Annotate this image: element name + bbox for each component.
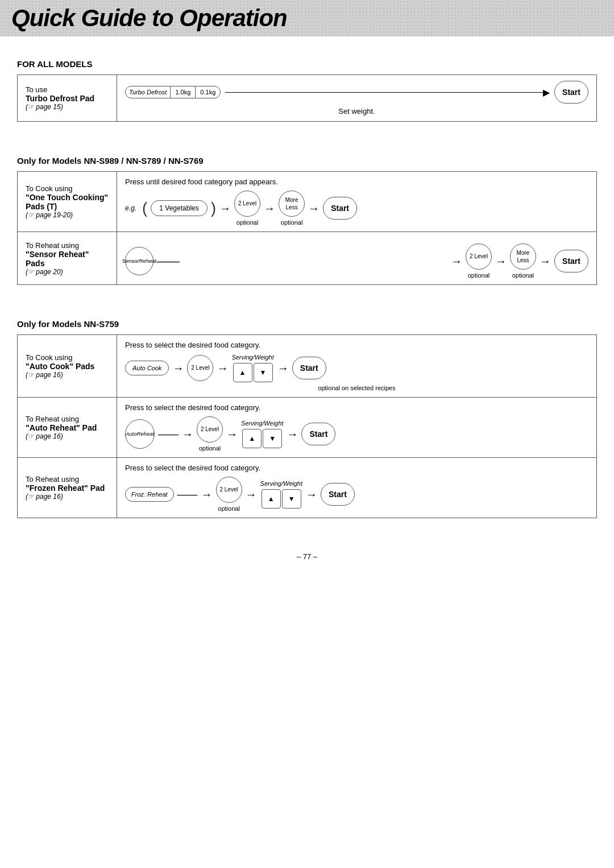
- auto-cook-pad-name: "Auto Cook" Pads: [26, 362, 94, 371]
- down-button-frozen[interactable]: ▼: [282, 489, 301, 509]
- page-title: Quick Guide to Operation: [11, 5, 603, 32]
- table-row-sensor-reheat: To Reheat using "Sensor Reheat" Pads (☞ …: [18, 232, 597, 285]
- auto-reheat-pad-name: "Auto Reheat" Pad: [26, 423, 97, 432]
- arrow5: →: [495, 255, 507, 268]
- arrow7: →: [172, 362, 184, 375]
- set-weight-label: Set weight.: [125, 107, 588, 115]
- right-cell-auto-cook: Press to select the desired food categor…: [117, 335, 597, 398]
- arrow11: →: [226, 428, 238, 441]
- section-s759: Only for Models NN-S759: [17, 319, 597, 329]
- left-cell-frozen: To Reheat using "Frozen Reheat" Pad (☞ p…: [18, 458, 117, 518]
- auto-reheat-use-label: To Reheat using "Auto Reheat" Pad: [26, 415, 109, 432]
- start-button-frozen[interactable]: Start: [321, 483, 355, 506]
- left-cell-sensor: To Reheat using "Sensor Reheat" Pads (☞ …: [18, 232, 117, 285]
- right-cell-turbo: Turbo Defrost 1.0kg 0.1kg ▶ Start: [117, 75, 597, 122]
- level-button[interactable]: 2 Level: [234, 191, 260, 217]
- reheat-level-col: 2 Level optional: [197, 416, 223, 452]
- start-button-one-touch[interactable]: Start: [323, 197, 357, 220]
- eg-label: e.g.: [125, 204, 136, 212]
- arrow14: →: [246, 488, 257, 501]
- turbo-arrow: ▶: [225, 87, 550, 98]
- auto-reheat-serving-col: Serving/Weight ▲ ▼: [241, 420, 283, 448]
- up-button-auto-cook[interactable]: ▲: [233, 363, 252, 382]
- long-dash: ——: [157, 255, 447, 268]
- arrow1: →: [219, 202, 231, 215]
- auto-cook-up-down: ▲ ▼: [233, 363, 273, 382]
- left-cell-auto-reheat: To Reheat using "Auto Reheat" Pad (☞ pag…: [18, 398, 117, 458]
- arrow12: →: [287, 428, 298, 441]
- section-s989: Only for Models NN-S989 / NN-S789 / NN-S…: [17, 156, 597, 166]
- frozen-up-down: ▲ ▼: [262, 489, 301, 509]
- more-less-button[interactable]: More Less: [279, 191, 305, 217]
- arrow9: →: [277, 362, 289, 375]
- long-dash2: ——: [158, 428, 179, 440]
- auto-cook-level-button[interactable]: 2 Level: [187, 355, 213, 381]
- start-button-auto-reheat[interactable]: Start: [301, 423, 335, 445]
- auto-cook-serving-col: Serving/Weight ▲ ▼: [231, 354, 273, 382]
- froz-reheat-button[interactable]: Froz. Reheat: [125, 487, 174, 502]
- down-button-auto-cook[interactable]: ▼: [254, 363, 273, 382]
- frozen-use-label: To Reheat using "Frozen Reheat" Pad: [26, 475, 109, 493]
- spacer2: [17, 296, 597, 308]
- page-header: Quick Guide to Operation: [0, 0, 614, 36]
- start-button-auto-cook[interactable]: Start: [292, 357, 326, 379]
- sensor-reheat-button[interactable]: Sensor Reheat: [125, 247, 154, 275]
- auto-reheat-up-down: ▲ ▼: [242, 429, 282, 448]
- auto-reheat-flow: Auto Reheat —— → 2 Level optional →: [125, 416, 588, 452]
- frozen-level-button[interactable]: 2 Level: [216, 477, 242, 503]
- frozen-level-col: 2 Level optional: [216, 477, 242, 512]
- left-cell-turbo: To use Turbo Defrost Pad (☞ page 15): [18, 75, 117, 122]
- vegetables-button[interactable]: 1 Vegetables: [151, 200, 207, 216]
- weight-1kg[interactable]: 1.0kg: [171, 86, 196, 98]
- turbo-use-label: To use Turbo Defrost Pad: [26, 85, 109, 103]
- frozen-serving-label: Serving/Weight: [260, 480, 302, 487]
- turbo-page-ref: (☞ page 15): [26, 103, 109, 111]
- section-all-models: FOR ALL MODELS: [17, 59, 597, 69]
- auto-cook-use-label: To Cook using "Auto Cook" Pads: [26, 353, 109, 371]
- bracket-close: ): [211, 200, 216, 216]
- auto-reheat-page-ref: (☞ page 16): [26, 432, 109, 440]
- auto-cook-button[interactable]: Auto Cook: [125, 361, 169, 375]
- down-button-auto-reheat[interactable]: ▼: [263, 429, 282, 448]
- auto-cook-flow: Auto Cook → 2 Level → Serving/Weight ▲ ▼: [125, 354, 588, 382]
- turbo-weights: 1.0kg 0.1kg: [170, 86, 220, 98]
- one-touch-page-ref: (☞ page 19-20): [26, 211, 109, 219]
- table-row-one-touch: To Cook using "One Touch Cooking" Pads (…: [18, 172, 597, 232]
- frozen-press-text: Press to select the desired food categor…: [125, 464, 588, 472]
- long-dash3: ——: [177, 489, 198, 501]
- arrow10: →: [182, 428, 193, 441]
- table-row: To use Turbo Defrost Pad (☞ page 15) Tur…: [18, 75, 597, 122]
- arrow2: →: [264, 202, 275, 215]
- right-cell-frozen: Press to select the desired food categor…: [117, 458, 597, 518]
- up-button-frozen[interactable]: ▲: [262, 489, 281, 509]
- optional2-label: optional: [281, 219, 303, 226]
- weight-01kg[interactable]: 0.1kg: [196, 86, 220, 98]
- sensor-pad-name: "Sensor Reheat" Pads: [26, 250, 89, 268]
- start-button-turbo[interactable]: Start: [554, 81, 588, 104]
- arrow13: →: [201, 488, 213, 501]
- up-button-auto-reheat[interactable]: ▲: [242, 429, 262, 448]
- sensor-more-less-button[interactable]: More Less: [510, 243, 536, 270]
- one-touch-pad-name: "One Touch Cooking" Pads (T): [26, 193, 108, 211]
- turbo-defrost-button[interactable]: Turbo Defrost 1.0kg 0.1kg: [125, 86, 221, 98]
- table-row-auto-reheat: To Reheat using "Auto Reheat" Pad (☞ pag…: [18, 398, 597, 458]
- one-touch-flow: e.g. ( 1 Vegetables ) → 2 Level optional: [125, 191, 588, 226]
- sensor-level-button[interactable]: 2 Level: [466, 243, 492, 270]
- auto-reheat-button[interactable]: Auto Reheat: [125, 419, 155, 449]
- auto-cook-page-ref: (☞ page 16): [26, 371, 109, 379]
- turbo-defrost-table: To use Turbo Defrost Pad (☞ page 15) Tur…: [17, 75, 597, 122]
- sensor-optional2: optional: [512, 272, 534, 279]
- arrow15: →: [306, 488, 317, 501]
- table-row-frozen-reheat: To Reheat using "Frozen Reheat" Pad (☞ p…: [18, 458, 597, 518]
- frozen-pad-name: "Frozen Reheat" Pad: [26, 483, 105, 493]
- auto-reheat-serving-label: Serving/Weight: [241, 420, 283, 427]
- arrow-head: ▶: [543, 87, 550, 98]
- arrow4: →: [451, 255, 462, 268]
- sensor-use-label: To Reheat using "Sensor Reheat" Pads: [26, 241, 109, 268]
- right-cell-sensor: Sensor Reheat —— → 2 Level optional →: [117, 232, 597, 285]
- start-button-sensor[interactable]: Start: [554, 250, 588, 272]
- auto-reheat-level-button[interactable]: 2 Level: [197, 416, 223, 443]
- auto-reheat-optional: optional: [199, 445, 221, 452]
- arrow8: →: [217, 362, 228, 375]
- s989-table: To Cook using "One Touch Cooking" Pads (…: [17, 171, 597, 285]
